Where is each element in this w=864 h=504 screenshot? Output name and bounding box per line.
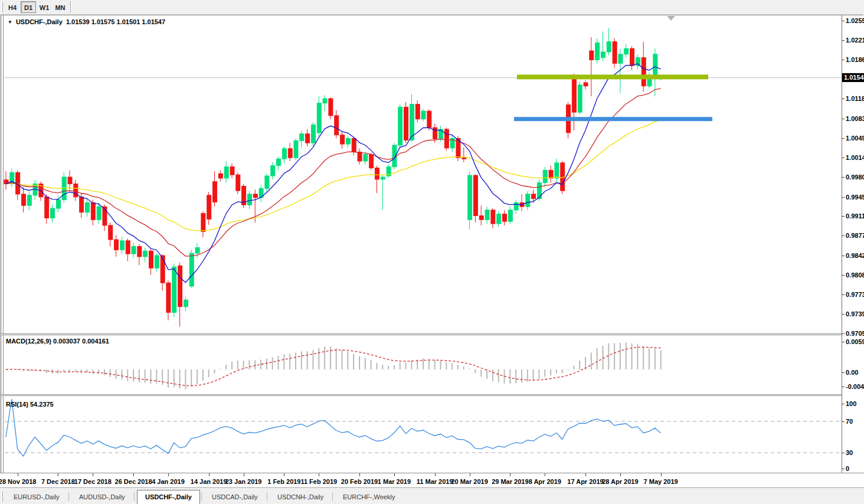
chart-frame-left xyxy=(1,15,1,488)
date-tick xyxy=(18,473,18,476)
date-label: 11 Feb 2019 xyxy=(300,478,337,485)
axis-tick xyxy=(842,60,845,60)
price-axis-label: 0.99800 xyxy=(846,174,864,181)
date-tick xyxy=(244,473,244,476)
price-axis-label: 0.99450 xyxy=(846,194,864,201)
price-axis-label: 0.97390 xyxy=(846,310,864,318)
toolbar-grip[interactable] xyxy=(1,2,3,12)
date-tick xyxy=(510,473,510,476)
axis-tick xyxy=(842,404,845,404)
chart-dropdown-icon[interactable]: ▼ xyxy=(8,19,12,25)
terminal-window: H4 D1 W1 MN ▼USDCHF-,Daily 1.01539 1.015… xyxy=(0,0,864,504)
price-axis-label: 1.02210 xyxy=(846,37,864,44)
axis-tick xyxy=(842,421,845,422)
rsi-label: RSI(14) 54.2375 xyxy=(6,401,54,408)
rsi-axis-label: 70 xyxy=(846,418,853,425)
tab-separator xyxy=(201,492,202,501)
date-label: 4 Jan 2019 xyxy=(152,478,185,485)
chart-tab-usdcad[interactable]: USDCAD-,Daily xyxy=(204,490,266,503)
macd-label: MACD(12,26,9) 0.003037 0.004161 xyxy=(6,338,109,345)
date-tick xyxy=(661,473,662,476)
axis-tick xyxy=(842,40,845,41)
date-label: 11 Mar 2019 xyxy=(417,478,453,485)
chart-tab-usdcnh[interactable]: USDCNH-,Daily xyxy=(270,490,331,503)
chart-tab-usdchf[interactable]: USDCHF-,Daily xyxy=(137,490,200,504)
toolbar-separator xyxy=(70,1,71,13)
axis-tick xyxy=(842,256,845,256)
price-axis-label: 1.01180 xyxy=(846,95,864,102)
rsi-axis-label: 0 xyxy=(846,465,849,472)
price-axis-label: 1.00830 xyxy=(846,115,864,122)
date-label: 28 Apr 2019 xyxy=(602,478,638,485)
axis-tick xyxy=(842,387,845,387)
date-tick xyxy=(585,473,586,476)
tab-separator xyxy=(267,492,267,501)
timeframe-button-w1[interactable]: W1 xyxy=(37,1,52,13)
date-label: 14 Jan 2019 xyxy=(191,478,227,485)
chart-tab-eurchf[interactable]: EURCHF-,Weekly xyxy=(335,490,402,503)
price-axis-label: 0.98420 xyxy=(846,252,864,259)
date-tick xyxy=(545,473,545,476)
autoscroll-marker-icon[interactable] xyxy=(667,16,675,21)
date-tick xyxy=(93,473,93,476)
axis-tick xyxy=(842,99,845,99)
chart-symbol-label: USDCHF-,Daily xyxy=(16,18,63,25)
date-tick xyxy=(209,473,210,476)
date-tick xyxy=(435,473,436,476)
axis-tick xyxy=(842,216,845,217)
macd-axis-label: 0.00 xyxy=(846,369,858,376)
macd-indicator-pane[interactable] xyxy=(4,335,842,394)
tab-separator xyxy=(68,492,69,501)
rsi-axis-label: 30 xyxy=(846,449,853,456)
price-axis-label: 0.98080 xyxy=(846,271,864,279)
tabbar-grip[interactable] xyxy=(1,492,3,502)
date-tick xyxy=(394,473,395,476)
axis-tick xyxy=(842,275,845,276)
tab-separator xyxy=(332,492,333,501)
rsi-indicator-pane[interactable] xyxy=(4,396,842,473)
axis-tick xyxy=(842,453,845,453)
pane-splitter[interactable] xyxy=(0,394,864,396)
date-label: 23 Jan 2019 xyxy=(225,478,262,485)
current-price-badge: 1.01547 xyxy=(842,73,864,82)
axis-tick xyxy=(842,294,845,295)
axis-tick xyxy=(842,197,845,198)
price-axis-label: 0.97050 xyxy=(846,330,864,337)
axis-tick xyxy=(842,314,845,315)
macd-axis-label: 0.00597 xyxy=(846,338,864,345)
timeframe-button-d1[interactable]: D1 xyxy=(21,1,36,13)
date-tick xyxy=(359,473,360,476)
date-label: 26 Dec 2018 xyxy=(115,478,152,485)
date-label: 17 Dec 2018 xyxy=(74,478,112,485)
date-label: 29 Mar 2019 xyxy=(492,478,528,485)
price-axis-label: 0.97730 xyxy=(846,291,864,298)
date-label: 17 Apr 2019 xyxy=(567,478,603,485)
date-label: 20 Feb 2019 xyxy=(341,478,378,485)
date-label: 7 May 2019 xyxy=(644,478,678,485)
chart-tab-bar: EURUSD-,DailyAUDUSD-,DailyUSDCHF-,DailyU… xyxy=(0,488,864,504)
axis-tick xyxy=(842,119,845,119)
macd-axis-label: -0.00424 xyxy=(846,383,864,390)
price-axis-label: 0.99110 xyxy=(846,212,864,220)
date-label: 8 Apr 2019 xyxy=(529,478,561,485)
price-chart-pane[interactable] xyxy=(4,15,842,334)
chart-ohlc-info[interactable]: ▼USDCHF-,Daily 1.01539 1.01575 1.01501 1… xyxy=(8,18,165,25)
axis-tick xyxy=(842,469,845,469)
axis-tick xyxy=(842,177,845,178)
date-axis[interactable]: 28 Nov 20187 Dec 201817 Dec 201826 Dec 2… xyxy=(0,473,864,488)
date-tick xyxy=(58,473,58,476)
date-tick xyxy=(133,473,134,476)
timeframe-button-h4[interactable]: H4 xyxy=(5,1,20,13)
chart-ohlc-values: 1.01539 1.01575 1.01501 1.01547 xyxy=(66,18,165,25)
chart-tab-audusd[interactable]: AUDUSD-,Daily xyxy=(71,490,133,503)
chart-tab-eurusd[interactable]: EURUSD-,Daily xyxy=(6,490,67,503)
axis-tick xyxy=(842,21,845,21)
pane-splitter[interactable] xyxy=(0,333,864,335)
rsi-axis-label: 100 xyxy=(846,400,856,407)
axis-tick xyxy=(842,235,845,236)
axis-tick xyxy=(842,158,845,158)
axis-tick xyxy=(842,342,845,342)
date-label: 1 Feb 2019 xyxy=(267,478,300,485)
timeframe-button-mn[interactable]: MN xyxy=(53,1,68,13)
date-label: 1 Mar 2019 xyxy=(378,478,411,485)
